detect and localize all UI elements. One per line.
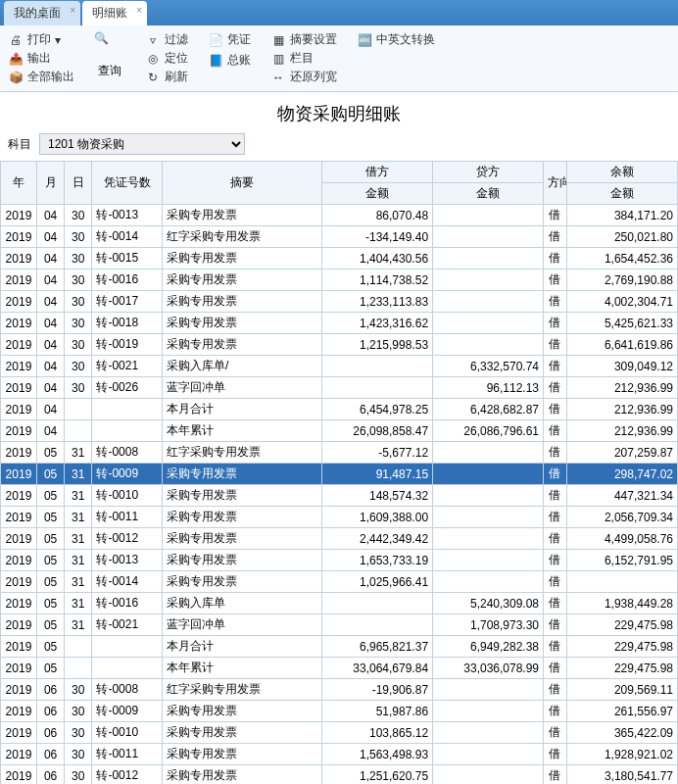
- export-all-button[interactable]: 📦全部输出: [8, 69, 74, 85]
- ribbon-group-nav: ▿过滤 ◎定位 ↻刷新: [145, 31, 188, 85]
- table-row[interactable]: 20190430转-0019采购专用发票1,215,998.53借6,641,6…: [1, 334, 678, 356]
- tab-我的桌面[interactable]: 我的桌面×: [4, 1, 80, 25]
- query-button[interactable]: 🔍 查询: [94, 31, 125, 85]
- export-icon: 📤: [8, 51, 24, 67]
- table-row[interactable]: 20190630转-0008红字采购专用发票-19,906.87借209,569…: [1, 679, 678, 701]
- printer-icon: 🖨: [8, 32, 24, 48]
- funnel-icon: ▿: [145, 32, 161, 48]
- col-credit: 贷方: [433, 162, 544, 183]
- close-icon[interactable]: ×: [136, 5, 142, 16]
- refresh-button[interactable]: ↻刷新: [145, 69, 188, 85]
- ledger-icon: 📘: [208, 53, 223, 69]
- table-row[interactable]: 20190531转-0010采购专用发票148,574.32借447,321.3…: [1, 485, 678, 507]
- table-row[interactable]: 20190430转-0017采购专用发票1,233,113.83借4,002,3…: [1, 291, 678, 313]
- col-voucher: 凭证号数: [92, 162, 163, 205]
- tab-明细账[interactable]: 明细账×: [82, 1, 147, 25]
- table-row[interactable]: 20190531转-0012采购专用发票2,442,349.42借4,499,0…: [1, 528, 678, 550]
- close-icon[interactable]: ×: [70, 5, 75, 16]
- summary-settings-button[interactable]: ▦摘要设置: [270, 31, 337, 48]
- ribbon-group-voucher: 📄凭证 📘总账: [208, 31, 251, 85]
- col-debit-amount: 金额: [322, 183, 433, 205]
- table-row[interactable]: 20190630转-0010采购专用发票103,865.12借365,422.0…: [1, 722, 678, 744]
- table-row[interactable]: 20190430转-0016采购专用发票1,114,738.52借2,769,1…: [1, 270, 678, 291]
- page-title: 物资采购明细账: [0, 92, 678, 131]
- col-summary: 摘要: [163, 162, 322, 205]
- table-row[interactable]: 20190630转-0012采购专用发票1,251,620.75借3,180,5…: [1, 765, 678, 785]
- col-dir: 方向: [544, 162, 567, 205]
- col-day: 日: [65, 162, 92, 205]
- locate-button[interactable]: ◎定位: [145, 50, 188, 67]
- refresh-icon: ↻: [145, 70, 161, 85]
- table-row[interactable]: 20190430转-0021采购入库单/6,332,570.74借309,049…: [1, 356, 678, 377]
- table-row[interactable]: 201904本年累计26,098,858.4726,086,796.61借212…: [1, 420, 678, 442]
- subject-label: 科目: [8, 136, 31, 153]
- translate-icon: 🔤: [357, 32, 372, 48]
- print-button[interactable]: 🖨打印▾: [8, 31, 74, 48]
- columns-button[interactable]: ▥栏目: [270, 50, 337, 67]
- reset-width-button[interactable]: ↔还原列宽: [270, 69, 337, 85]
- table-row[interactable]: 201905本年累计33,064,679.8433,036,078.99借229…: [1, 658, 678, 679]
- settings-icon: ▦: [270, 32, 286, 48]
- table-row[interactable]: 20190430转-0013采购专用发票86,070.48借384,171.20: [1, 205, 678, 226]
- voucher-icon: 📄: [208, 32, 223, 48]
- ribbon-group-lang: 🔤中英文转换: [357, 31, 435, 85]
- table-row[interactable]: 20190430转-0026蓝字回冲单96,112.13借212,936.99: [1, 377, 678, 399]
- voucher-button[interactable]: 📄凭证: [208, 31, 251, 48]
- general-ledger-button[interactable]: 📘总账: [208, 52, 251, 69]
- dropdown-icon: ▾: [55, 33, 61, 47]
- table-row[interactable]: 20190430转-0014红字采购专用发票-134,149.40借250,02…: [1, 226, 678, 248]
- table-row[interactable]: 20190531转-0016采购入库单5,240,309.08借1,938,44…: [1, 593, 678, 614]
- table-row[interactable]: 20190430转-0015采购专用发票1,404,430.56借1,654,4…: [1, 248, 678, 270]
- table-row[interactable]: 201904本月合计6,454,978.256,428,682.87借212,9…: [1, 399, 678, 420]
- table-row[interactable]: 20190630转-0011采购专用发票1,563,498.93借1,928,9…: [1, 744, 678, 765]
- table-row[interactable]: 201905本月合计6,965,821.376,949,282.38借229,4…: [1, 636, 678, 658]
- ribbon-group-layout: ▦摘要设置 ▥栏目 ↔还原列宽: [270, 31, 337, 85]
- col-month: 月: [36, 162, 64, 205]
- col-balance: 余额: [566, 162, 677, 183]
- export-button[interactable]: 📤输出: [8, 50, 74, 67]
- table-row[interactable]: 20190531转-0013采购专用发票1,653,733.19借6,152,7…: [1, 550, 678, 571]
- table-row[interactable]: 20190531转-0011采购专用发票1,609,388.00借2,056,7…: [1, 507, 678, 528]
- ribbon-group-output: 🖨打印▾ 📤输出 📦全部输出: [8, 31, 74, 85]
- columns-icon: ▥: [270, 51, 286, 67]
- ribbon: 🖨打印▾ 📤输出 📦全部输出 🔍 查询 ▿过滤 ◎定位 ↻刷新 📄凭证 📘总账 …: [0, 25, 678, 92]
- filter-button[interactable]: ▿过滤: [145, 31, 188, 48]
- table-row[interactable]: 20190531转-0009采购专用发票91,487.15借298,747.02: [1, 464, 678, 485]
- grid-header: 年 月 日 凭证号数 摘要 借方 贷方 方向 余额 金额 金额 金额: [1, 162, 678, 205]
- table-row[interactable]: 20190531转-0008红字采购专用发票-5,677.12借207,259.…: [1, 442, 678, 464]
- col-credit-amount: 金额: [433, 183, 544, 205]
- subject-select[interactable]: 1201 物资采购: [39, 133, 245, 155]
- export-all-icon: 📦: [8, 70, 24, 85]
- table-row[interactable]: 20190430转-0018采购专用发票1,423,316.62借5,425,6…: [1, 313, 678, 334]
- ledger-grid[interactable]: 年 月 日 凭证号数 摘要 借方 贷方 方向 余额 金额 金额 金额 20190…: [0, 161, 678, 784]
- reset-icon: ↔: [270, 70, 286, 85]
- table-row[interactable]: 20190630转-0009采购专用发票51,987.86借261,556.97: [1, 701, 678, 722]
- col-debit: 借方: [322, 162, 433, 183]
- cn-en-toggle-button[interactable]: 🔤中英文转换: [357, 31, 435, 48]
- col-balance-amount: 金额: [566, 183, 677, 205]
- magnifier-icon: 🔍: [94, 31, 125, 63]
- table-row[interactable]: 20190531转-0021蓝字回冲单1,708,973.30借229,475.…: [1, 614, 678, 636]
- col-year: 年: [1, 162, 37, 205]
- tab-bar: 我的桌面×明细账×: [0, 0, 678, 25]
- target-icon: ◎: [145, 51, 161, 67]
- filter-row: 科目 1201 物资采购: [0, 131, 678, 161]
- table-row[interactable]: 20190531转-0014采购专用发票1,025,966.41借: [1, 571, 678, 593]
